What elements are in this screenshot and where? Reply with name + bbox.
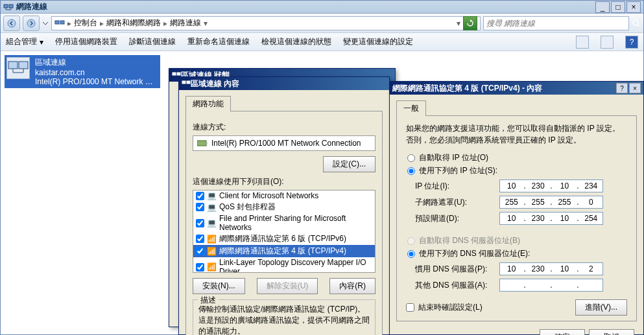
uninstall-button: 解除安裝(U) — [257, 278, 318, 294]
mask-input[interactable]: 255.255.255.0 — [499, 196, 603, 209]
gateway-input[interactable]: 10.230.10.254 — [499, 212, 603, 225]
dns1-row: 慣用 DNS 伺服器(P): 10.230.10.2 — [415, 262, 632, 275]
radio[interactable] — [407, 167, 415, 175]
radio-auto-dns: 自動取得 DNS 伺服器位址(B) — [407, 235, 632, 246]
connection-icon — [6, 57, 30, 79]
radio — [407, 237, 415, 245]
radio-manual-ip[interactable]: 使用下列的 IP 位址(S): — [407, 165, 632, 176]
tab-general[interactable]: 一般 — [396, 100, 426, 116]
protocol-icon: 📶 — [207, 235, 217, 244]
dns1-input[interactable]: 10.230.10.2 — [499, 262, 603, 275]
gateway-row: 預設閘道(D): 10.230.10.254 — [415, 212, 632, 225]
svg-rect-0 — [4, 5, 8, 8]
toolbar-diagnose[interactable]: 診斷這個連線 — [129, 36, 176, 47]
list-item[interactable]: 📶網際網路通訊協定第 6 版 (TCP/IPv6) — [193, 233, 375, 245]
description-text: 傳輸控制通訊協定/網際網路通訊協定 (TCP/IP)。這是預設的廣域網路通訊協定… — [198, 304, 370, 335]
help-icon[interactable]: ? — [625, 36, 638, 49]
ip-input[interactable]: 10.230.10.234 — [499, 179, 603, 192]
properties-dialog: 區域連線 內容 網路功能 連線方式: Intel(R) PRO/1000 MT … — [178, 76, 390, 335]
crumb-network-connections[interactable]: 網路連線 — [170, 17, 201, 29]
validate-checkbox-row[interactable]: 結束時確認設定(L) — [406, 302, 483, 313]
advanced-button[interactable]: 進階(V)... — [575, 299, 627, 316]
svg-rect-7 — [55, 21, 59, 24]
list-item-selected[interactable]: 📶網際網路通訊協定第 4 版 (TCP/IPv4) — [193, 245, 375, 257]
mask-row: 子網路遮罩(U): 255.255.255.0 — [415, 196, 632, 209]
uses-label: 這個連線使用下列項目(O): — [193, 176, 376, 187]
component-list[interactable]: 💻Client for Microsoft Networks 💻QoS 封包排程… — [193, 190, 376, 273]
checkbox[interactable] — [196, 247, 204, 255]
properties-title: 區域連線 內容 — [191, 78, 387, 89]
connection-name: 區域連線 — [35, 57, 158, 68]
component-icon: 💻 — [207, 203, 217, 212]
back-button[interactable] — [3, 16, 20, 31]
ip-row: IP 位址(I): 10.230.10.234 — [415, 179, 632, 192]
checkbox[interactable] — [196, 203, 204, 211]
history-dropdown-icon[interactable] — [42, 20, 49, 27]
svg-rect-16 — [173, 73, 176, 75]
description-title: 描述 — [198, 295, 219, 306]
dns2-input[interactable]: ... — [499, 279, 603, 292]
minimize-button[interactable]: _ — [595, 1, 610, 13]
validate-checkbox[interactable] — [406, 303, 414, 312]
list-item[interactable]: 💻File and Printer Sharing for Microsoft … — [193, 213, 375, 233]
description-group: 描述 傳輸控制通訊協定/網際網路通訊協定 (TCP/IP)。這是預設的廣域網路通… — [193, 299, 376, 335]
search-box[interactable] — [483, 16, 629, 30]
radio[interactable] — [407, 250, 415, 258]
maximize-button[interactable]: □ — [611, 1, 625, 13]
network-icon — [3, 2, 14, 12]
list-item[interactable]: 💻QoS 封包排程器 — [193, 201, 375, 213]
ip-label: IP 位址(I): — [415, 181, 499, 192]
toolbar-status[interactable]: 檢視這個連線的狀態 — [261, 36, 331, 47]
svg-rect-17 — [177, 73, 180, 75]
tab-networking[interactable]: 網路功能 — [185, 96, 231, 111]
view-icon[interactable] — [576, 36, 589, 49]
toolbar-organize[interactable]: 組合管理 ▾ — [6, 36, 43, 47]
dropdown-icon[interactable]: ▾ — [457, 19, 460, 28]
cancel-button[interactable]: 取消 — [589, 329, 634, 335]
checkbox[interactable] — [196, 263, 204, 271]
list-item[interactable]: 📶Link-Layer Topology Discovery Mapper I/… — [193, 257, 375, 273]
toolbar-settings[interactable]: 變更這個連線的設定 — [343, 36, 413, 47]
preview-icon[interactable] — [601, 36, 614, 49]
checkbox[interactable] — [196, 235, 204, 243]
radio-auto-ip[interactable]: 自動取得 IP 位址(O) — [407, 152, 632, 163]
connect-using-label: 連線方式: — [193, 122, 376, 133]
component-icon: 💻 — [207, 191, 217, 200]
forward-button[interactable] — [23, 16, 40, 31]
crumb-control-panel[interactable]: 控制台 — [74, 17, 97, 29]
close-button[interactable]: × — [626, 1, 641, 13]
close-button[interactable]: × — [629, 83, 641, 93]
configure-button[interactable]: 設定(C)... — [323, 156, 376, 172]
ipv4-dialog: 網際網路通訊協定第 4 版 (TCP/IPv4) - 內容 ? × 一般 如果您… — [389, 81, 644, 335]
search-button[interactable] — [632, 19, 641, 28]
install-button[interactable]: 安裝(N)... — [193, 278, 245, 294]
list-item[interactable]: 💻Client for Microsoft Networks — [193, 191, 375, 201]
gateway-label: 預設閘道(D): — [415, 213, 499, 224]
ipv4-title: 網際網路通訊協定第 4 版 (TCP/IPv4) - 內容 — [392, 83, 615, 94]
svg-rect-20 — [197, 141, 206, 146]
radio[interactable] — [407, 154, 415, 162]
dns1-label: 慣用 DNS 伺服器(P): — [415, 264, 499, 275]
toolbar-disable[interactable]: 停用這個網路裝置 — [55, 36, 117, 47]
checkbox[interactable] — [196, 192, 204, 200]
checkbox[interactable] — [196, 219, 204, 227]
svg-rect-12 — [19, 62, 28, 69]
crumb-network-internet[interactable]: 網路和網際網路 — [106, 17, 161, 29]
help-button[interactable]: ? — [616, 83, 628, 93]
toolbar: 組合管理 ▾ 停用這個網路裝置 診斷這個連線 重新命名這個連線 檢視這個連線的狀… — [1, 33, 643, 51]
protocol-icon: 📶 — [207, 262, 217, 271]
radio-manual-dns[interactable]: 使用下列的 DNS 伺服器位址(E): — [407, 248, 632, 259]
svg-line-10 — [638, 25, 639, 27]
refresh-button[interactable] — [463, 16, 477, 30]
tab-strip: 一般 — [396, 100, 637, 116]
window-title: 網路連線 — [16, 1, 595, 12]
navbar: ▸ 控制台 ▸ 網路和網際網路 ▸ 網路連線 ▾ ▾ — [1, 14, 643, 33]
adapter-name: Intel(R) PRO/1000 MT Network Connection — [211, 139, 361, 148]
ok-button[interactable]: 確定 — [540, 329, 585, 335]
addressbar[interactable]: ▸ 控制台 ▸ 網路和網際網路 ▸ 網路連線 ▾ ▾ — [51, 16, 481, 30]
item-properties-button[interactable]: 內容(R) — [329, 278, 376, 294]
connection-item[interactable]: 區域連線 kaistar.com.cn Intel(R) PRO/1000 MT… — [5, 55, 160, 88]
svg-point-5 — [8, 19, 16, 27]
search-input[interactable] — [486, 19, 626, 28]
toolbar-rename[interactable]: 重新命名這個連線 — [187, 36, 250, 47]
